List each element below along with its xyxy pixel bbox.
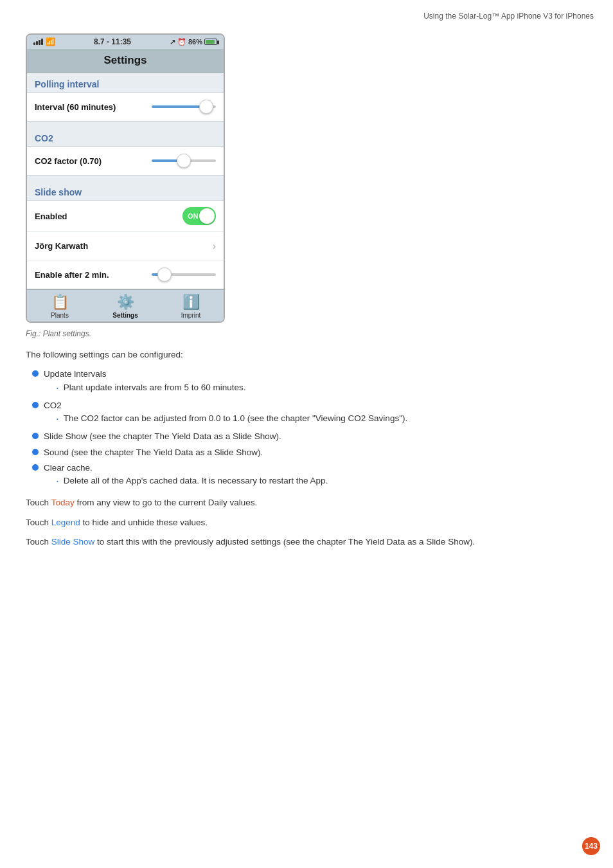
bullet-dot-icon bbox=[32, 370, 39, 377]
bullet-update-intervals-text: Update intervals bbox=[44, 369, 107, 379]
tab-settings[interactable]: ⚙️ Settings bbox=[93, 294, 158, 319]
enabled-label: Enabled bbox=[35, 212, 67, 221]
location-icon: ↗ bbox=[170, 38, 175, 46]
co2-slider[interactable] bbox=[102, 159, 216, 162]
highlight-today: Today bbox=[51, 498, 75, 507]
bullet-dot-co2-icon bbox=[32, 402, 39, 408]
bullet-update-intervals: Update intervals • Plant update interval… bbox=[32, 368, 587, 397]
page-header: Using the Solar-Log™ App iPhone V3 for i… bbox=[0, 0, 613, 27]
bullet-slideshow-text: Slide Show (see the chapter The Yield Da… bbox=[44, 430, 281, 443]
enable-after-slider[interactable] bbox=[109, 273, 216, 276]
settings-icon: ⚙️ bbox=[117, 294, 134, 311]
enable-after-row: Enable after 2 min. bbox=[27, 260, 224, 289]
chevron-icon: › bbox=[213, 240, 216, 252]
header-title: Using the Solar-Log™ App iPhone V3 for i… bbox=[423, 12, 594, 21]
sub-bullet-icon: • bbox=[57, 384, 58, 392]
tab-plants[interactable]: 📋 Plants bbox=[27, 294, 93, 319]
sub-list-co2: • The CO2 factor can be adjusted from 0.… bbox=[57, 412, 407, 425]
tab-bar: 📋 Plants ⚙️ Settings ℹ️ Imprint bbox=[27, 289, 224, 321]
sub-bullet-cache-icon: • bbox=[57, 478, 58, 485]
slideshow-group: Enabled ON Jörg Karwath › Enable after 2… bbox=[27, 200, 224, 289]
toggle-on-label: ON bbox=[188, 212, 199, 220]
imprint-label: Imprint bbox=[181, 312, 201, 319]
paragraph-legend: Touch Legend to hide and unhide these va… bbox=[26, 516, 587, 529]
jorg-karwath-label: Jörg Karwath bbox=[35, 241, 88, 251]
status-time: 8.7 - 11:35 bbox=[94, 37, 131, 46]
interval-label: Interval (60 minutes) bbox=[35, 102, 116, 112]
page-number-text: 143 bbox=[585, 842, 598, 851]
wifi-icon: 📶 bbox=[46, 37, 55, 46]
co2-factor-label: CO2 factor (0.70) bbox=[35, 156, 102, 166]
enabled-toggle[interactable]: ON bbox=[182, 207, 216, 225]
plants-icon: 📋 bbox=[51, 294, 69, 311]
sub-item-co2: • The CO2 factor can be adjusted from 0.… bbox=[57, 412, 407, 425]
signal-bars-icon bbox=[33, 39, 43, 45]
bullet-co2-text: CO2 bbox=[44, 401, 62, 410]
fig-caption: Fig.: Plant settings. bbox=[26, 329, 587, 338]
status-left-icons: 📶 bbox=[33, 37, 55, 46]
nav-title: Settings bbox=[103, 54, 147, 66]
nav-bar: Settings bbox=[27, 49, 224, 73]
interval-slider[interactable] bbox=[116, 105, 216, 108]
bullet-list: Update intervals • Plant update interval… bbox=[32, 368, 587, 490]
sub-item-co2-text: The CO2 factor can be adjusted from 0.0 … bbox=[64, 412, 407, 425]
tab-imprint[interactable]: ℹ️ Imprint bbox=[158, 294, 224, 319]
imprint-icon: ℹ️ bbox=[182, 294, 200, 311]
bullet-sound-text: Sound (see the chapter The Yield Data as… bbox=[44, 446, 263, 459]
sub-item-cache: • Delete all of the App's cached data. I… bbox=[57, 475, 328, 487]
iphone-mockup: 📶 8.7 - 11:35 ↗ ⏰ 86% Settings Pol bbox=[26, 33, 225, 323]
bullet-co2: CO2 • The CO2 factor can be adjusted fro… bbox=[32, 399, 587, 428]
sub-item-intervals-text: Plant update intervals are from 5 to 60 … bbox=[64, 381, 246, 394]
bullet-dot-cache-icon bbox=[32, 464, 39, 471]
enabled-row: Enabled ON bbox=[27, 201, 224, 232]
sub-list-intervals: • Plant update intervals are from 5 to 6… bbox=[57, 381, 245, 394]
plants-label: Plants bbox=[51, 312, 69, 319]
settings-label: Settings bbox=[112, 312, 138, 319]
sub-bullet-co2-icon: • bbox=[57, 415, 58, 423]
enable-after-label: Enable after 2 min. bbox=[35, 270, 109, 280]
battery-percent: 86% bbox=[188, 38, 202, 46]
sub-item-intervals: • Plant update intervals are from 5 to 6… bbox=[57, 381, 245, 394]
bullet-dot-sound-icon bbox=[32, 449, 39, 455]
section-slideshow: Slide show bbox=[27, 181, 224, 200]
bullet-clear-cache: Clear cache. • Delete all of the App's c… bbox=[32, 462, 587, 491]
section-polling-interval: Polling interval bbox=[27, 73, 224, 92]
paragraph-today: Touch Today from any view to go to the c… bbox=[26, 496, 587, 509]
settings-body: Polling interval Interval (60 minutes) C… bbox=[27, 73, 224, 321]
page-number-badge: 143 bbox=[582, 837, 600, 855]
bullet-clear-cache-text: Clear cache. bbox=[44, 463, 93, 473]
highlight-slideshow: Slide Show bbox=[51, 537, 95, 547]
jorg-karwath-row[interactable]: Jörg Karwath › bbox=[27, 232, 224, 260]
status-right-icons: ↗ ⏰ 86% bbox=[170, 38, 217, 46]
co2-group: CO2 factor (0.70) bbox=[27, 146, 224, 176]
bullet-sound: Sound (see the chapter The Yield Data as… bbox=[32, 446, 587, 459]
alarm-icon: ⏰ bbox=[177, 38, 186, 46]
paragraph-slideshow: Touch Slide Show to start this with the … bbox=[26, 536, 587, 548]
section-co2: CO2 bbox=[27, 127, 224, 146]
bullet-dot-slideshow-icon bbox=[32, 433, 39, 439]
polling-interval-group: Interval (60 minutes) bbox=[27, 92, 224, 122]
toggle-thumb bbox=[199, 208, 215, 224]
co2-factor-row: CO2 factor (0.70) bbox=[27, 147, 224, 175]
sub-list-cache: • Delete all of the App's cached data. I… bbox=[57, 475, 328, 487]
sub-item-cache-text: Delete all of the App's cached data. It … bbox=[64, 475, 328, 487]
bullet-slideshow: Slide Show (see the chapter The Yield Da… bbox=[32, 430, 587, 443]
status-bar: 📶 8.7 - 11:35 ↗ ⏰ 86% bbox=[27, 35, 224, 49]
interval-row: Interval (60 minutes) bbox=[27, 93, 224, 121]
highlight-legend: Legend bbox=[51, 518, 80, 527]
battery-icon bbox=[204, 39, 217, 45]
body-intro-text: The following settings can be configured… bbox=[26, 348, 587, 361]
